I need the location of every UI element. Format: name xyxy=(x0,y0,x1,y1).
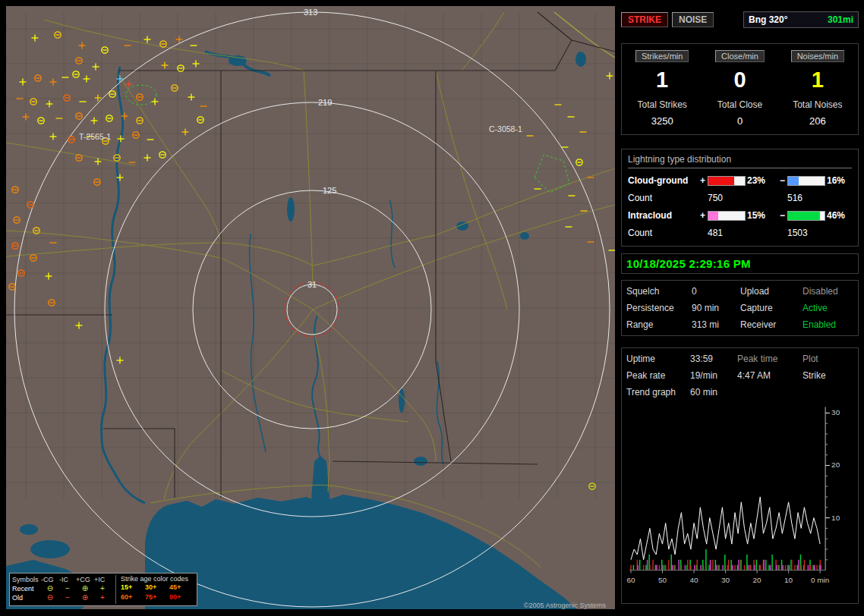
svg-text:0 min: 0 min xyxy=(811,576,829,584)
noise-button[interactable]: NOISE xyxy=(672,12,714,27)
minus-sign: − xyxy=(777,210,787,221)
upload-value: Disabled xyxy=(803,286,854,297)
distribution-panel: Lightning type distribution Cloud-ground… xyxy=(621,149,859,247)
peak-time-label: Peak time xyxy=(737,354,803,364)
recent-ncg-icon: ⊖ xyxy=(41,585,59,592)
datetime-value: 10/18/2025 2:29:16 PM xyxy=(626,257,751,270)
ic-positive-bar xyxy=(708,211,746,221)
peak-rate-value: 19/min xyxy=(690,370,737,381)
status-panel: Squelch 0 Upload Disabled Persistence 90… xyxy=(621,280,859,336)
age-75: 75+ xyxy=(145,593,169,603)
ic-positive-pct: 15% xyxy=(747,210,777,221)
stats-trend-panel: Uptime 33:59 Peak time Plot Peak rate 19… xyxy=(621,347,859,604)
cg-positive-bar xyxy=(708,176,746,186)
recent-pic-icon: + xyxy=(94,585,111,592)
cg-negative-bar xyxy=(787,176,825,186)
squelch-label: Squelch xyxy=(626,286,692,297)
strike-legend: Symbols -CG -IC +CG +IC Recent ⊖ − ⊕ + O… xyxy=(9,573,197,606)
total-strikes-label: Total Strikes xyxy=(623,99,701,110)
svg-text:40: 40 xyxy=(689,576,698,584)
age-90: 90+ xyxy=(169,593,194,603)
svg-text:60: 60 xyxy=(626,576,635,584)
noises-per-min-button[interactable]: Noises/min xyxy=(791,50,844,62)
age-30: 30+ xyxy=(145,583,169,593)
noises-per-min-value: 1 xyxy=(779,68,856,93)
trend-graph-value: 60 min xyxy=(690,387,737,398)
cg-negative-count: 516 xyxy=(787,193,827,203)
cg-count-label: Count xyxy=(628,193,698,203)
plot-value: Strike xyxy=(803,370,850,381)
cell-label-c3058: C-3058-1 xyxy=(489,124,522,134)
bearing-range: 301mi xyxy=(828,14,853,25)
age-45: 45+ xyxy=(169,583,194,593)
total-close-label: Total Close xyxy=(701,99,778,110)
legend-age-codes: Strike age color codes 15+ 30+ 45+ 60+ 7… xyxy=(115,575,194,604)
close-per-min-button[interactable]: Close/min xyxy=(715,50,765,62)
ring-label-31: 31 xyxy=(307,280,317,289)
plus-sign: + xyxy=(698,210,708,221)
svg-text:20: 20 xyxy=(753,576,762,584)
ring-label-313: 313 xyxy=(304,8,317,17)
age-15: 15+ xyxy=(121,583,145,593)
peak-rate-label: Peak rate xyxy=(626,370,690,381)
mode-toolbar: STRIKE NOISE Bng 320° 301mi xyxy=(621,11,859,29)
ic-negative-count: 1503 xyxy=(787,228,827,238)
map-canvas[interactable]: 313 219 125 31 T-2565-1 C-3058-1 xyxy=(6,6,615,609)
cg-positive-pct: 23% xyxy=(747,175,777,186)
upload-label: Upload xyxy=(740,286,803,297)
strikes-per-min-value: 1 xyxy=(623,68,701,93)
legend-col-pic: +IC xyxy=(94,576,111,583)
old-pcg-icon: ⊕ xyxy=(76,594,94,602)
total-strikes-value: 3250 xyxy=(623,115,701,127)
cloud-ground-label: Cloud-ground xyxy=(628,175,698,186)
legend-col-nic: -IC xyxy=(59,576,76,583)
total-close-value: 0 xyxy=(701,115,778,127)
bearing-display: Bng 320° 301mi xyxy=(743,11,859,28)
legend-symbols-table: Symbols -CG -IC +CG +IC Recent ⊖ − ⊕ + O… xyxy=(12,575,111,604)
svg-text:20: 20 xyxy=(831,460,840,469)
cg-positive-count: 750 xyxy=(708,193,747,203)
map[interactable]: 313 219 125 31 T-2565-1 C-3058-1 Symbols… xyxy=(6,6,615,609)
legend-col-pcg: +CG xyxy=(76,576,94,583)
intracloud-label: Intracloud xyxy=(628,210,698,221)
uptime-value: 33:59 xyxy=(690,354,737,364)
sidebar: STRIKE NOISE Bng 320° 301mi Strikes/min … xyxy=(621,6,859,610)
total-noises-value: 206 xyxy=(779,115,856,127)
ic-negative-pct: 46% xyxy=(827,210,853,221)
close-per-min-value: 0 xyxy=(701,68,778,93)
ring-label-219: 219 xyxy=(318,98,332,107)
cell-label-t2565: T-2565-1 xyxy=(79,132,111,141)
trend-graph: 6050403020100 min102030 xyxy=(626,402,853,596)
rates-panel: Strikes/min 1 Total Strikes 3250 Close/m… xyxy=(621,43,859,135)
peak-time-value: 4:47 AM xyxy=(737,370,803,381)
capture-label: Capture xyxy=(740,303,803,313)
ring-label-125: 125 xyxy=(323,186,336,195)
legend-title: Symbols xyxy=(12,576,41,583)
squelch-value: 0 xyxy=(692,286,740,297)
range-value: 313 mi xyxy=(692,319,740,330)
recent-pcg-icon: ⊕ xyxy=(76,585,94,592)
ic-negative-bar xyxy=(787,211,825,221)
capture-value: Active xyxy=(803,303,854,313)
old-pic-icon: + xyxy=(94,594,111,602)
noises-per-min-column: Noises/min 1 Total Noises 206 xyxy=(779,50,856,127)
cg-negative-pct: 16% xyxy=(827,175,853,186)
legend-row-recent: Recent xyxy=(12,585,41,592)
strike-button[interactable]: STRIKE xyxy=(621,12,668,27)
total-noises-label: Total Noises xyxy=(779,99,856,110)
ic-count-label: Count xyxy=(628,228,698,238)
range-label: Range xyxy=(626,319,692,330)
trend-graph-label: Trend graph xyxy=(626,387,690,398)
old-nic-icon: − xyxy=(59,594,76,602)
receiver-label: Receiver xyxy=(740,319,803,330)
strikes-per-min-button[interactable]: Strikes/min xyxy=(635,50,689,62)
datetime-panel: 10/18/2025 2:29:16 PM xyxy=(621,253,859,274)
old-ncg-icon: ⊖ xyxy=(41,594,59,602)
svg-text:10: 10 xyxy=(784,576,793,584)
distribution-title: Lightning type distribution xyxy=(628,154,852,168)
uptime-label: Uptime xyxy=(626,354,690,364)
recent-nic-icon: − xyxy=(59,585,76,592)
svg-text:10: 10 xyxy=(831,514,840,522)
minus-sign: − xyxy=(777,175,787,186)
svg-text:50: 50 xyxy=(658,576,667,584)
